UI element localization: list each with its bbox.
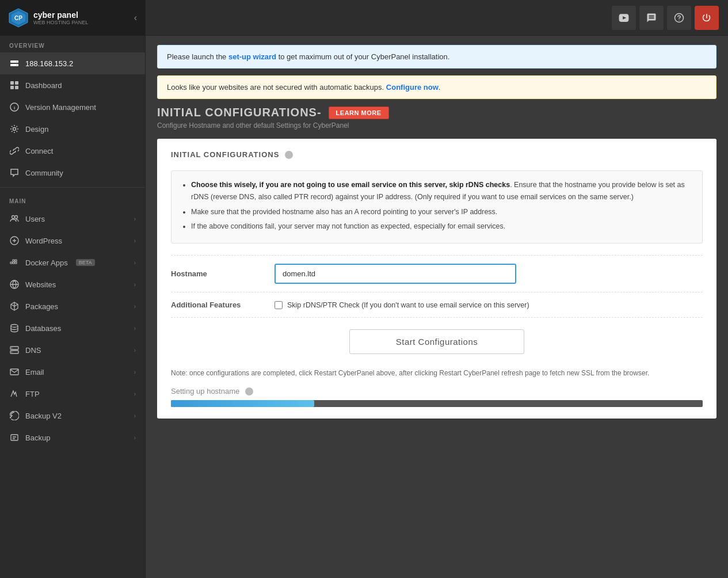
users-label: Users [25, 215, 45, 223]
docker-apps-label: Docker Apps [25, 258, 68, 267]
sidebar-toggle[interactable]: ‹ [134, 13, 137, 23]
svg-point-14 [12, 216, 15, 219]
setting-status-indicator [245, 387, 253, 396]
config-card-header: INITIAL CONFIGURATIONS [171, 150, 703, 159]
email-arrow: › [134, 369, 136, 375]
sidebar: CP cyber panel WEB HOSTING PANEL ‹ OVERV… [0, 0, 146, 578]
page-subtitle: Configure Hostname and other default Set… [157, 121, 716, 130]
main-section-label: MAIN [0, 191, 145, 208]
svg-point-15 [15, 216, 18, 219]
hostname-input[interactable] [275, 264, 516, 284]
sidebar-item-users[interactable]: Users › [0, 208, 145, 230]
sidebar-item-backup[interactable]: Backup › [0, 427, 145, 448]
sidebar-item-websites[interactable]: Websites › [0, 273, 145, 295]
backup-v2-icon [9, 410, 20, 421]
chat-icon [9, 168, 20, 178]
logo-brand: cyber panel [33, 10, 88, 20]
info-box: Choose this wisely, if you are not going… [171, 170, 703, 244]
setup-wizard-alert: Please launch the set-up wizard to get m… [157, 45, 716, 69]
hostname-row: Hostname [171, 255, 703, 292]
setting-hostname-row: Setting up hostname [171, 387, 703, 396]
server-icon [9, 58, 20, 69]
power-button[interactable] [695, 6, 719, 30]
design-gear-icon [9, 124, 20, 134]
sidebar-item-databases[interactable]: Databases › [0, 317, 145, 339]
info-point-1: Choose this wisely, if you are not going… [191, 179, 692, 204]
help-button[interactable] [667, 6, 691, 30]
configure-now-link[interactable]: Configure now [386, 83, 439, 92]
page-body: Please launch the set-up wizard to get m… [146, 36, 728, 578]
svg-text:CP: CP [14, 15, 22, 21]
users-icon [9, 214, 20, 224]
sidebar-item-server-ip[interactable]: 188.168.153.2 [0, 52, 145, 74]
skip-rdns-checkbox[interactable] [275, 301, 283, 309]
dashboard-label: Dashboard [25, 81, 62, 90]
sidebar-item-packages[interactable]: Packages › [0, 295, 145, 317]
ftp-icon [9, 389, 20, 399]
users-arrow: › [134, 216, 136, 222]
logo-sub: WEB HOSTING PANEL [33, 20, 88, 25]
additional-features-row: Additional Features Skip rDNS/PTR Check … [171, 292, 703, 317]
sidebar-item-backup-v2[interactable]: Backup V2 › [0, 405, 145, 427]
sidebar-item-wordpress[interactable]: WordPress › [0, 230, 145, 252]
hostname-label: Hostname [171, 269, 275, 278]
svg-text:i: i [14, 105, 15, 111]
learn-more-button[interactable]: LEARN MORE [329, 107, 389, 119]
skip-rdns-label[interactable]: Skip rDNS/PTR Check (If you don't want t… [275, 301, 529, 309]
dns-icon [9, 345, 20, 355]
wordpress-icon [9, 235, 20, 246]
backup-warning-suffix: . [439, 83, 441, 92]
start-configurations-button[interactable]: Start Configurations [349, 329, 525, 354]
cyberpanel-logo-icon: CP [8, 7, 29, 28]
page-title: INITIAL CONFIGURATIONS- [157, 106, 322, 119]
backup-icon [9, 432, 20, 443]
setup-wizard-link[interactable]: set-up wizard [228, 52, 276, 61]
svg-rect-21 [15, 260, 17, 261]
package-icon [9, 301, 20, 311]
info-point-3: If the above conditions fail, your serve… [191, 220, 692, 233]
svg-rect-18 [13, 262, 14, 264]
setup-wizard-prefix: Please launch the [167, 52, 228, 61]
svg-rect-29 [11, 435, 18, 440]
info-icon: i [9, 102, 20, 112]
overview-section-label: OVERVIEW [0, 36, 145, 52]
config-card-title: INITIAL CONFIGURATIONS [171, 150, 279, 159]
sidebar-item-docker-apps[interactable]: Docker Apps BETA › [0, 252, 145, 273]
progress-bar-fill [171, 400, 314, 407]
sidebar-item-email[interactable]: Email › [0, 361, 145, 383]
svg-point-23 [11, 325, 18, 328]
svg-point-26 [12, 348, 13, 349]
info-point-2: Make sure that the provided hostname als… [191, 206, 692, 218]
design-label: Design [25, 125, 48, 134]
svg-point-6 [17, 64, 18, 66]
sidebar-item-dns[interactable]: DNS › [0, 339, 145, 361]
svg-rect-28 [10, 369, 18, 375]
websites-arrow: › [134, 282, 136, 288]
websites-label: Websites [25, 280, 56, 289]
svg-rect-8 [15, 81, 18, 85]
backup-v2-arrow: › [134, 413, 136, 419]
database-icon [9, 323, 20, 333]
backup-warning-alert: Looks like your websites are not secured… [157, 75, 716, 99]
globe-icon [9, 279, 20, 290]
packages-label: Packages [25, 302, 58, 311]
sidebar-item-design[interactable]: Design [0, 118, 145, 140]
version-management-label: Version Management [25, 103, 96, 112]
main-content: Please launch the set-up wizard to get m… [146, 0, 728, 578]
sidebar-item-community[interactable]: Community [0, 162, 145, 184]
start-button-row: Start Configurations [171, 317, 703, 360]
chat-button[interactable] [639, 6, 664, 30]
sidebar-item-dashboard[interactable]: Dashboard [0, 74, 145, 96]
section-header: INITIAL CONFIGURATIONS- LEARN MORE [157, 106, 716, 119]
sidebar-item-connect[interactable]: Connect [0, 140, 145, 162]
svg-rect-9 [10, 86, 14, 89]
wordpress-arrow: › [134, 238, 136, 244]
progress-bar-container [171, 400, 703, 407]
youtube-button[interactable] [612, 6, 636, 30]
skip-rdns-text: Skip rDNS/PTR Check (If you don't want t… [287, 301, 529, 309]
config-card: INITIAL CONFIGURATIONS Choose this wisel… [157, 139, 716, 419]
sidebar-item-version-management[interactable]: i Version Management [0, 96, 145, 118]
svg-point-5 [17, 61, 18, 62]
sidebar-item-ftp[interactable]: FTP › [0, 383, 145, 405]
svg-rect-19 [15, 262, 17, 264]
